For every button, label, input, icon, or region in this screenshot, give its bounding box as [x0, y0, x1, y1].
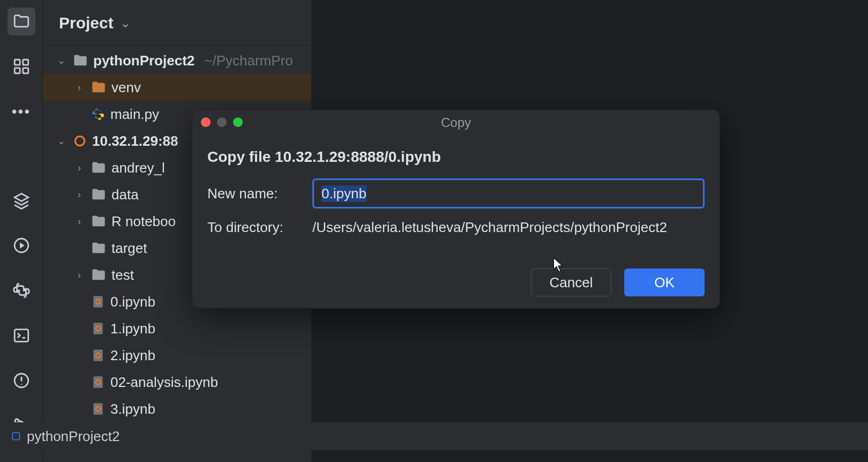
problems-tool-button[interactable]	[8, 367, 35, 394]
breadcrumb-label: pythonProject2	[27, 428, 119, 445]
tree-label: data	[111, 187, 139, 203]
tree-notebook[interactable]: › 02-analysis.ipynb	[43, 369, 311, 396]
chevron-right-icon: ›	[73, 162, 86, 174]
ellipsis-icon: •••	[12, 103, 31, 120]
tree-label: 1.ipynb	[110, 321, 155, 337]
svg-rect-18	[93, 376, 102, 388]
notebook-icon	[91, 375, 105, 389]
tree-label: venv	[111, 79, 141, 96]
tree-root[interactable]: ⌄ pythonProject2 ~/PycharmPro	[43, 47, 311, 74]
folder-icon	[91, 269, 106, 281]
tree-label: 3.ipynb	[110, 401, 155, 418]
terminal-tool-button[interactable]	[8, 322, 35, 349]
tree-hint: ~/PycharmPro	[204, 53, 293, 69]
run-tool-button[interactable]	[8, 232, 35, 259]
cancel-button[interactable]: Cancel	[531, 269, 611, 296]
tree-label: test	[111, 267, 134, 284]
chevron-down-icon: ⌄	[55, 55, 68, 66]
notebook-icon	[91, 348, 105, 362]
breadcrumb[interactable]: pythonProject2	[0, 422, 868, 450]
svg-rect-20	[93, 403, 102, 415]
svg-rect-1	[23, 59, 28, 65]
new-name-input[interactable]	[312, 178, 705, 208]
tree-label: 10.32.1.29:88	[92, 133, 178, 150]
to-directory-label: To directory:	[207, 219, 312, 236]
svg-rect-5	[14, 330, 28, 342]
svg-rect-16	[93, 349, 102, 361]
chevron-right-icon: ›	[73, 270, 86, 281]
sidebar-header[interactable]: Project ⌄	[43, 0, 311, 46]
folder-icon	[91, 188, 106, 201]
tree-label: andrey_l	[111, 160, 165, 176]
folder-icon	[91, 242, 106, 255]
tree-label: 02-analysis.ipynb	[110, 374, 218, 391]
chevron-down-icon: ⌄	[55, 135, 68, 147]
notebook-icon	[91, 322, 105, 336]
sidebar-title: Project	[59, 14, 114, 32]
tree-label: main.py	[110, 106, 159, 123]
tree-notebook[interactable]: › 3.ipynb	[43, 396, 311, 422]
dialog-heading: Copy file 10.32.1.29:8888/0.ipynb	[207, 148, 705, 166]
svg-point-7	[20, 384, 21, 385]
chevron-right-icon: ›	[73, 189, 86, 200]
project-tool-button[interactable]	[8, 8, 35, 35]
tree-notebook[interactable]: › 2.ipynb	[43, 342, 311, 369]
tree-label: pythonProject2	[93, 53, 194, 69]
jupyter-icon	[73, 134, 87, 148]
svg-point-11	[75, 136, 84, 145]
svg-rect-2	[14, 68, 20, 73]
svg-rect-0	[14, 59, 20, 65]
folder-icon	[73, 54, 88, 67]
python-file-icon	[91, 107, 105, 121]
svg-rect-12	[93, 296, 102, 308]
svg-rect-3	[23, 68, 28, 73]
structure-tool-button[interactable]	[8, 53, 35, 80]
tree-label: 2.ipynb	[110, 347, 155, 364]
chevron-right-icon: ›	[73, 82, 86, 93]
svg-rect-22	[12, 433, 19, 439]
tree-label: 0.ipynb	[110, 294, 155, 310]
tree-folder-venv[interactable]: › venv	[43, 74, 311, 101]
copy-dialog: Copy Copy file 10.32.1.29:8888/0.ipynb N…	[192, 109, 720, 309]
tool-rail: •••	[0, 0, 43, 462]
tree-notebook[interactable]: › 1.ipynb	[43, 315, 311, 342]
new-name-label: New name:	[207, 185, 312, 202]
folder-icon	[91, 161, 106, 174]
notebook-icon	[91, 402, 105, 416]
chevron-down-icon: ⌄	[120, 16, 131, 31]
module-icon	[11, 431, 21, 442]
notebook-icon	[91, 295, 105, 309]
dialog-window-title: Copy	[192, 115, 720, 130]
to-directory-value: /Users/valeria.letusheva/PycharmProjects…	[312, 219, 667, 236]
folder-icon	[91, 215, 106, 228]
folder-icon	[91, 81, 106, 94]
layers-tool-button[interactable]	[8, 187, 35, 214]
dialog-titlebar[interactable]: Copy	[192, 110, 720, 133]
chevron-right-icon: ›	[73, 216, 86, 227]
more-tools-button[interactable]: •••	[8, 98, 35, 125]
tree-label: target	[111, 240, 147, 257]
ok-button[interactable]: OK	[624, 269, 705, 296]
tree-label: R noteboo	[111, 213, 176, 230]
svg-rect-14	[93, 323, 102, 334]
python-console-button[interactable]	[8, 277, 35, 304]
